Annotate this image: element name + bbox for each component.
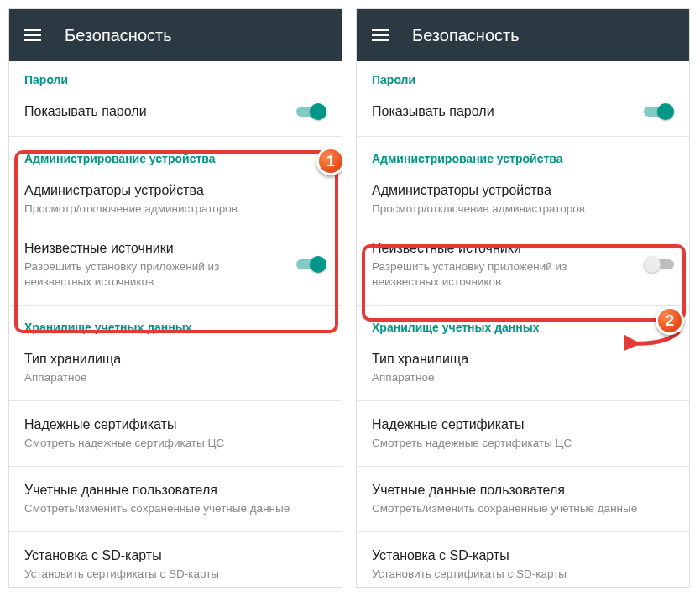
phone-left: Безопасность Пароли Показывать пароли Ад… <box>8 8 342 588</box>
settings-list: Пароли Показывать пароли Администрирован… <box>9 61 342 587</box>
item-trusted-certs[interactable]: Надежные сертификаты Смотреть надежные с… <box>9 405 342 463</box>
divider <box>9 400 342 401</box>
item-storage-type[interactable]: Тип хранилища Аппаратное <box>357 339 689 397</box>
item-title: Надежные сертификаты <box>372 416 674 434</box>
item-user-creds[interactable]: Учетные данные пользователя Смотреть/изм… <box>9 470 342 528</box>
item-device-admins[interactable]: Администраторы устройства Просмотр/отклю… <box>9 170 342 228</box>
toggle-show-passwords[interactable] <box>644 103 674 120</box>
item-title: Тип хранилища <box>24 351 326 369</box>
toggle-show-passwords[interactable] <box>296 103 326 120</box>
item-title: Неизвестные источники <box>24 240 286 258</box>
item-subtitle: Установить сертификаты с SD-карты <box>372 567 674 582</box>
settings-list: Пароли Показывать пароли Администрирован… <box>357 61 689 587</box>
item-subtitle: Смотреть надежные сертификаты ЦС <box>24 436 326 451</box>
item-subtitle: Аппаратное <box>372 370 674 385</box>
item-subtitle: Установить сертификаты с SD-карты <box>24 567 326 582</box>
item-title: Показывать пароли <box>372 103 634 121</box>
item-title: Показывать пароли <box>24 103 286 121</box>
toggle-unknown-sources[interactable] <box>296 256 326 273</box>
section-device-admin: Администрирование устройства <box>357 140 689 170</box>
item-title: Надежные сертификаты <box>24 416 326 434</box>
divider <box>357 305 689 306</box>
item-title: Установка с SD-карты <box>24 547 326 565</box>
item-title: Учетные данные пользователя <box>372 482 674 499</box>
section-passwords: Пароли <box>357 61 689 91</box>
menu-icon[interactable] <box>24 29 41 41</box>
item-title: Тип хранилища <box>372 351 674 369</box>
page-title: Безопасность <box>412 26 520 45</box>
item-subtitle: Аппаратное <box>24 370 326 385</box>
section-passwords: Пароли <box>9 61 342 91</box>
item-subtitle: Разрешить установку приложений из неизве… <box>372 259 634 290</box>
item-title: Установка с SD-карты <box>372 547 674 565</box>
item-subtitle: Смотреть надежные сертификаты ЦС <box>372 436 674 451</box>
divider <box>357 400 689 401</box>
divider <box>9 305 342 306</box>
item-subtitle: Просмотр/отключение администраторов <box>24 201 326 217</box>
phone-right: Безопасность Пароли Показывать пароли Ад… <box>356 8 690 588</box>
item-install-sd[interactable]: Установка с SD-карты Установить сертифик… <box>357 536 689 587</box>
divider <box>357 136 689 137</box>
divider <box>9 136 342 137</box>
item-user-creds[interactable]: Учетные данные пользователя Смотреть/изм… <box>357 470 689 528</box>
item-subtitle: Разрешить установку приложений из неизве… <box>24 259 286 290</box>
item-unknown-sources[interactable]: Неизвестные источники Разрешить установк… <box>357 228 689 301</box>
page-title: Безопасность <box>65 26 172 45</box>
item-install-sd[interactable]: Установка с SD-карты Установить сертифик… <box>9 536 342 587</box>
appbar: Безопасность <box>9 9 342 61</box>
section-cred-storage: Хранилище учетных данных <box>9 309 342 339</box>
item-title: Учетные данные пользователя <box>24 482 326 499</box>
item-title: Администраторы устройства <box>372 182 674 200</box>
menu-icon[interactable] <box>372 29 389 41</box>
item-subtitle: Смотреть/изменить сохраненные учетные да… <box>24 501 326 516</box>
item-subtitle: Просмотр/отключение администраторов <box>372 201 674 217</box>
item-show-passwords[interactable]: Показывать пароли <box>357 91 689 133</box>
divider <box>357 466 689 467</box>
item-title: Администраторы устройства <box>24 182 326 200</box>
appbar: Безопасность <box>357 9 689 61</box>
divider <box>9 466 342 467</box>
item-trusted-certs[interactable]: Надежные сертификаты Смотреть надежные с… <box>357 405 689 463</box>
item-device-admins[interactable]: Администраторы устройства Просмотр/отклю… <box>357 170 689 228</box>
section-cred-storage: Хранилище учетных данных <box>357 309 689 339</box>
toggle-unknown-sources[interactable] <box>644 256 674 273</box>
divider <box>9 531 342 532</box>
item-storage-type[interactable]: Тип хранилища Аппаратное <box>9 339 342 397</box>
item-show-passwords[interactable]: Показывать пароли <box>9 91 342 133</box>
item-title: Неизвестные источники <box>372 240 634 258</box>
divider <box>357 531 689 532</box>
section-device-admin: Администрирование устройства <box>9 140 342 170</box>
item-subtitle: Смотреть/изменить сохраненные учетные да… <box>372 501 674 516</box>
item-unknown-sources[interactable]: Неизвестные источники Разрешить установк… <box>9 228 342 301</box>
